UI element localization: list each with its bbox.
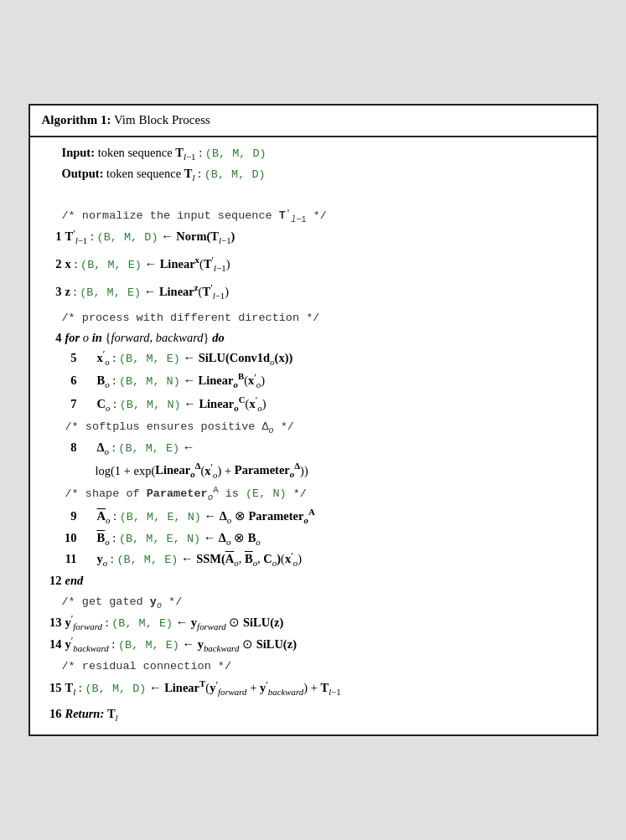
line-15: 15 Tl : (B, M, D) ← LinearT(y′forward + … <box>39 677 588 699</box>
line-12: 12 end <box>39 571 588 590</box>
output-type: (B, M, D) <box>204 168 266 181</box>
algorithm-box: Algorithm 1: Vim Block Process Input: to… <box>28 104 598 735</box>
line-6: 6 Bo : (B, M, N) ← LinearoB(x′o) <box>39 369 588 392</box>
line-num-15: 15 <box>47 678 65 697</box>
line-num-14: 14 <box>47 635 65 653</box>
line-13: 13 y′forward : (B, M, E) ← yforward ⊙ Si… <box>39 613 588 634</box>
line-16: 16 Return: Tl <box>39 704 588 725</box>
algorithm-title: Vim Block Process <box>114 113 210 126</box>
comment-direction: /* process with different direction */ <box>39 307 588 327</box>
input-line: Input: token sequence Tl−1 : (B, M, D) <box>39 143 588 164</box>
line-14: 14 y′backward : (B, M, E) ← ybackward ⊙ … <box>39 635 588 656</box>
line-num-3: 3 <box>47 282 65 301</box>
algorithm-body: Input: token sequence Tl−1 : (B, M, D) O… <box>30 137 597 734</box>
line-5: 5 x′o : (B, M, E) ← SiLU(Conv1do(x)) <box>39 348 588 369</box>
comment-gated: /* get gated yo */ <box>39 591 588 612</box>
line-num-6: 6 <box>62 371 80 389</box>
input-text: token sequence Tl−1 : <box>98 146 205 159</box>
line-num-10: 10 <box>62 528 80 547</box>
line-4: 4 for o in {forward, backward} do <box>39 328 588 347</box>
line-7: 7 Co : (B, M, N) ← LinearoC(x′o) <box>39 393 588 415</box>
output-text: token sequence Tl : <box>106 167 204 180</box>
line-2: 2 x : (B, M, E) ← Linearx(T′l−1) <box>39 253 588 276</box>
line-num-7: 7 <box>62 394 80 413</box>
line-num-9: 9 <box>62 507 80 525</box>
input-label: Input: <box>62 146 96 159</box>
line-10: 10 Bo : (B, M, E, N) ← Δo ⊗ Bo <box>39 528 588 549</box>
input-type: (B, M, D) <box>205 147 266 160</box>
comment-normalize-spacer <box>39 186 588 204</box>
algorithm-header: Algorithm 1: Vim Block Process <box>30 106 597 137</box>
comment-normalize: /* normalize the input sequence T′l−1 */ <box>39 205 588 226</box>
line-num-13: 13 <box>47 613 65 631</box>
line-num-16: 16 <box>47 704 65 723</box>
comment-parameter-shape: /* shape of ParameteroA is (E, N) */ <box>39 482 588 504</box>
line-num-1: 1 <box>47 227 65 245</box>
line-8a: 8 Δo : (B, M, E) ← <box>39 438 588 459</box>
line-8b: log(1 + exp(LinearoΔ(x′o) + ParameteroΔ)… <box>39 460 588 482</box>
line-num-12: 12 <box>47 571 65 590</box>
output-label: Output: <box>62 167 104 180</box>
line-1: 1 T′l−1 : (B, M, D) ← Norm(Tl−1) <box>39 227 588 248</box>
line-num-2: 2 <box>47 255 65 273</box>
line-num-4: 4 <box>47 328 65 347</box>
comment-residual: /* residual connection */ <box>39 656 588 676</box>
line-11: 11 yo : (B, M, E) ← SSM(Ao, Bo, Co)(x′o) <box>39 549 588 570</box>
line-num-8: 8 <box>62 438 80 456</box>
line-3: 3 z : (B, M, E) ← Linearz(T′l−1) <box>39 281 588 303</box>
line-num-11: 11 <box>62 549 80 568</box>
line-9: 9 Ao : (B, M, E, N) ← Δo ⊗ ParameteroA <box>39 505 588 528</box>
line-num-5: 5 <box>62 348 80 367</box>
algorithm-label: Algorithm 1: <box>42 113 111 126</box>
comment-softplus: /* softplus ensures positive Δo */ <box>39 416 588 437</box>
output-line: Output: token sequence Tl : (B, M, D) <box>39 164 588 185</box>
